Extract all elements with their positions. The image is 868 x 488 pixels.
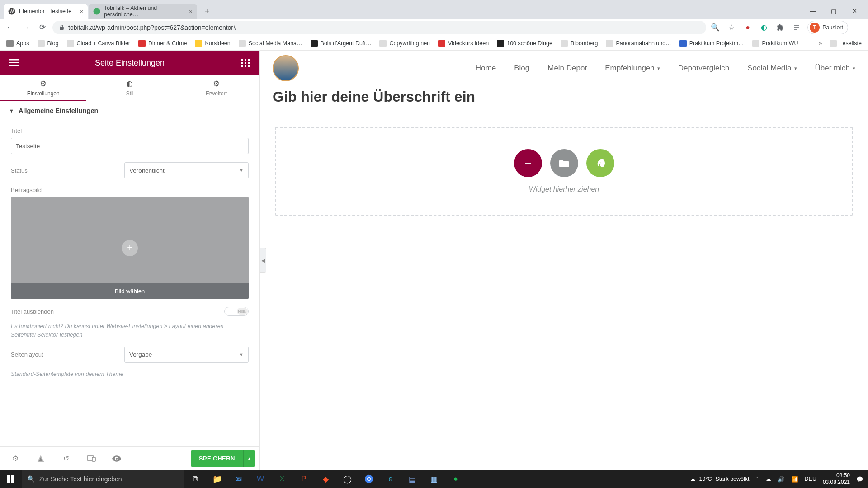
bookmark-item[interactable]: Blog <box>35 38 61 48</box>
close-window-button[interactable]: ✕ <box>844 4 864 18</box>
nav-item-home[interactable]: Home <box>476 64 496 73</box>
powerpoint-icon[interactable]: P <box>293 470 315 488</box>
nav-item-empfehlungen[interactable]: Empfehlungen▾ <box>605 64 660 73</box>
page-icon <box>679 40 687 47</box>
spotify-icon[interactable]: ● <box>445 470 467 488</box>
tab-advanced[interactable]: ⚙ Erweitert <box>173 75 259 101</box>
word-icon[interactable]: W <box>250 470 271 488</box>
chevron-down-icon: ▾ <box>794 66 797 71</box>
tab-settings[interactable]: ⚙ Einstellungen <box>0 75 86 101</box>
app-icon[interactable]: ▤ <box>401 470 423 488</box>
bookmark-item[interactable]: Cload + Canva Bilder <box>64 38 133 48</box>
wifi-icon[interactable]: 📶 <box>791 476 798 483</box>
bookmark-item[interactable]: Videokurs Ideen <box>435 38 491 48</box>
forward-button[interactable]: → <box>20 21 33 34</box>
obs-icon[interactable]: ◯ <box>336 470 358 488</box>
notifications-icon[interactable]: 💬 <box>856 476 863 483</box>
nav-item-socialmedia[interactable]: Social Media▾ <box>747 64 797 73</box>
elementor-sidebar: Seite Einstellungen ⚙ Einstellungen ◐ St… <box>0 51 260 470</box>
extension-icon[interactable]: ◐ <box>759 22 769 33</box>
navigator-icon[interactable] <box>30 450 52 468</box>
bookmark-item[interactable]: Bloomberg <box>558 38 600 48</box>
close-icon[interactable]: × <box>80 8 83 15</box>
kebab-menu-icon[interactable]: ⋮ <box>854 22 864 33</box>
taskbar-search[interactable]: 🔍 Zur Suche Text hier eingeben <box>22 470 184 488</box>
onedrive-icon[interactable]: ☁ <box>765 476 771 483</box>
maximize-button[interactable]: ▢ <box>824 4 844 18</box>
bookmark-item[interactable]: Dinner & Crime <box>136 38 189 48</box>
weather-widget[interactable]: ☁ 19°C Stark bewölkt <box>690 476 750 483</box>
widgets-grid-icon[interactable] <box>239 56 252 70</box>
svg-rect-5 <box>9 65 19 66</box>
add-section-dropzone[interactable]: Widget hierher ziehen <box>275 127 853 216</box>
excel-icon[interactable]: X <box>271 470 293 488</box>
featured-image-picker[interactable]: + Bild wählen <box>11 197 249 299</box>
new-tab-button[interactable]: + <box>201 5 213 18</box>
bookmark-item[interactable]: Panoramabahn und… <box>603 38 674 48</box>
add-section-button[interactable] <box>514 149 542 177</box>
browser-tab-active[interactable]: W Elementor | Testseite × <box>4 4 88 19</box>
taskview-icon[interactable]: ⧉ <box>184 470 206 488</box>
responsive-icon[interactable] <box>80 450 102 468</box>
hamburger-menu-icon[interactable] <box>7 56 21 70</box>
layout-select[interactable]: Vorgabe ▼ <box>124 347 249 363</box>
zoom-icon[interactable]: 🔍 <box>710 22 721 33</box>
readinglist-button[interactable]: Leseliste <box>827 38 864 48</box>
tab-style[interactable]: ◐ Stil <box>86 75 173 101</box>
volume-icon[interactable]: 🔊 <box>778 476 785 483</box>
bookmark-item[interactable]: Apps <box>4 38 32 48</box>
bookmark-item[interactable]: Social Media Mana… <box>236 38 305 48</box>
bookmark-item[interactable]: 100 schöne Dinge <box>494 38 555 48</box>
explorer-icon[interactable]: 📁 <box>206 470 228 488</box>
status-select[interactable]: Veröffentlicht ▼ <box>124 162 249 178</box>
nav-item-depot[interactable]: Mein Depot <box>547 64 587 73</box>
page-settings-icon[interactable]: ⚙ <box>5 450 26 468</box>
site-logo[interactable] <box>273 55 299 81</box>
extension-icon[interactable]: ● <box>742 22 753 33</box>
chrome-icon[interactable] <box>358 470 380 488</box>
bookmark-item[interactable]: Kursideen <box>192 38 233 48</box>
hide-title-toggle[interactable]: NEIN <box>224 307 249 316</box>
reload-button[interactable]: ⟳ <box>36 21 49 34</box>
brave-icon[interactable]: ◆ <box>315 470 336 488</box>
page-icon <box>438 40 445 47</box>
notepad-icon[interactable]: ▥ <box>423 470 445 488</box>
browser-tab[interactable]: TobiTalk – Aktien und persönliche… × <box>89 4 197 19</box>
close-icon[interactable]: × <box>189 8 193 15</box>
field-label-hidetitle: Titel ausblenden <box>11 308 54 315</box>
section-header-general[interactable]: ▼ Allgemeine Einstellungen <box>0 101 259 120</box>
bookmark-item[interactable]: Praktikum WU <box>750 38 801 48</box>
nav-item-uebermich[interactable]: Über mich▾ <box>815 64 855 73</box>
envato-button[interactable] <box>586 149 614 177</box>
heading-widget[interactable]: Gib hier deine Überschrift ein <box>265 86 863 116</box>
gear-icon: ⚙ <box>213 79 220 89</box>
tray-chevron-icon[interactable]: ˄ <box>756 476 759 483</box>
save-options-button[interactable]: ▲ <box>243 450 255 467</box>
address-bar[interactable]: tobitalk.at/wp-admin/post.php?post=627&a… <box>52 21 706 34</box>
template-library-button[interactable] <box>550 149 578 177</box>
bookmark-item[interactable]: Praktikum Projektm… <box>677 38 747 48</box>
system-tray: ☁ 19°C Stark bewölkt ˄ ☁ 🔊 📶 DEU 08:50 0… <box>685 472 868 486</box>
bookmark-item[interactable]: Bois d'Argent Duft… <box>308 38 374 48</box>
back-button[interactable]: ← <box>4 21 16 34</box>
taskbar-clock[interactable]: 08:50 03.08.2021 <box>823 472 850 486</box>
bookmark-star-icon[interactable]: ☆ <box>726 22 737 33</box>
nav-item-blog[interactable]: Blog <box>514 64 529 73</box>
edge-icon[interactable]: e <box>380 470 401 488</box>
readinglist-icon[interactable] <box>791 22 802 33</box>
history-icon[interactable]: ↺ <box>55 450 77 468</box>
preview-eye-icon[interactable] <box>106 450 127 468</box>
sidebar-collapse-handle[interactable]: ◀ <box>260 248 266 273</box>
title-input[interactable] <box>11 138 249 154</box>
bookmarks-overflow-button[interactable]: » <box>819 40 822 47</box>
lock-icon <box>59 24 65 30</box>
minimize-button[interactable]: — <box>803 4 823 18</box>
language-indicator[interactable]: DEU <box>805 476 816 482</box>
mail-icon[interactable]: ✉ <box>228 470 250 488</box>
nav-item-depotvergleich[interactable]: Depotvergleich <box>678 64 729 73</box>
extensions-puzzle-icon[interactable] <box>775 22 786 33</box>
save-button[interactable]: SPEICHERN <box>191 450 243 467</box>
profile-paused-chip[interactable]: T Pausiert <box>807 21 848 34</box>
bookmark-item[interactable]: Copywriting neu <box>377 38 433 48</box>
start-button[interactable] <box>0 470 22 488</box>
